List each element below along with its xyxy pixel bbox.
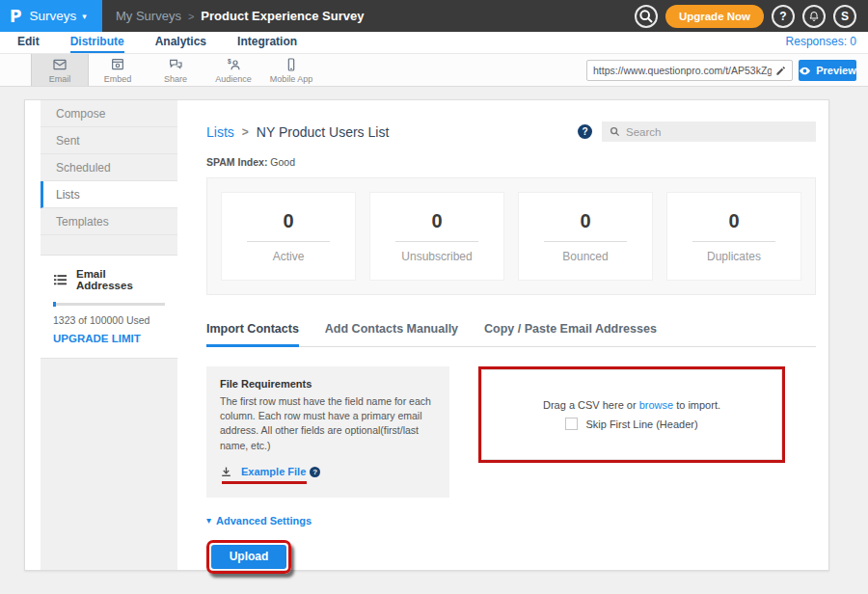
email-addresses-title: Email Addresses bbox=[76, 268, 165, 291]
upgrade-limit-link[interactable]: UPGRADE LIMIT bbox=[53, 333, 165, 344]
stat-card-active: 0 Active bbox=[221, 192, 356, 281]
csv-dropzone[interactable]: Drag a CSV here or browse to import. Ski… bbox=[481, 369, 782, 460]
example-file-help-button[interactable]: ? bbox=[310, 467, 320, 477]
file-requirements-title: File Requirements bbox=[220, 378, 436, 390]
channel-label: Audience bbox=[215, 74, 252, 84]
survey-url: https://www.questionpro.com/t/AP53kZgfo bbox=[593, 65, 772, 76]
sidebar-filler bbox=[41, 358, 177, 570]
dropzone-text-before: Drag a CSV here or bbox=[543, 399, 639, 411]
advanced-settings-toggle[interactable]: ▾ Advanced Settings bbox=[206, 515, 816, 526]
stat-label: Active bbox=[273, 250, 305, 263]
contact-search-box[interactable] bbox=[602, 122, 816, 142]
skip-first-line-label: Skip First Line (Header) bbox=[585, 418, 697, 430]
sidebar-spacer bbox=[41, 235, 177, 255]
breadcrumb-separator-icon: > bbox=[242, 125, 249, 139]
file-requirements-box: File Requirements The first row must hav… bbox=[206, 366, 449, 498]
search-icon bbox=[610, 126, 620, 137]
channel-email[interactable]: Email bbox=[31, 54, 89, 86]
list-icon bbox=[53, 274, 68, 286]
survey-subnav: Edit Distribute Analytics Integration Re… bbox=[0, 32, 868, 53]
annotation-upload-highlight: Upload bbox=[206, 540, 291, 574]
sidebar-item-sent[interactable]: Sent bbox=[41, 127, 177, 154]
channel-share[interactable]: Share bbox=[147, 54, 204, 86]
usage-text: 1323 of 100000 Used bbox=[53, 314, 165, 326]
mobile-app-icon bbox=[284, 57, 299, 72]
search-input[interactable] bbox=[626, 126, 808, 138]
channel-embed[interactable]: Embed bbox=[89, 54, 147, 86]
channel-label: Embed bbox=[104, 74, 132, 84]
file-requirements-body: The first row must have the field name f… bbox=[220, 394, 436, 453]
sidebar-item-scheduled[interactable]: Scheduled bbox=[41, 154, 177, 181]
list-content: Lists > NY Product Users List ? SPAM Ind… bbox=[206, 100, 816, 570]
user-avatar[interactable]: S bbox=[833, 5, 856, 28]
stat-value: 0 bbox=[431, 210, 442, 232]
usage-progress-bar bbox=[53, 303, 165, 306]
dropzone-text-after: to import. bbox=[673, 399, 720, 411]
upgrade-now-button[interactable]: Upgrade Now bbox=[665, 5, 764, 28]
question-mark-icon: ? bbox=[582, 126, 587, 137]
stat-label: Duplicates bbox=[707, 250, 761, 263]
surveys-product-menu[interactable]: P Surveys ▾ bbox=[0, 0, 102, 32]
dropzone-instructions: Drag a CSV here or browse to import. bbox=[543, 399, 720, 411]
list-help-button[interactable]: ? bbox=[578, 124, 592, 139]
top-navbar: P Surveys ▾ My Surveys > Product Experie… bbox=[0, 0, 868, 32]
list-stats: 0 Active 0 Unsubscribed 0 Bounced 0 Dupl… bbox=[206, 177, 816, 295]
help-button[interactable]: ? bbox=[772, 5, 795, 28]
preview-button[interactable]: Preview bbox=[799, 60, 856, 81]
divider bbox=[247, 241, 330, 242]
tab-add-contacts-manually[interactable]: Add Contacts Manually bbox=[325, 322, 458, 346]
search-icon bbox=[638, 9, 654, 24]
breadcrumb-separator-icon: > bbox=[188, 11, 194, 22]
example-file-link[interactable]: Example File bbox=[241, 466, 306, 477]
skip-first-line-checkbox[interactable] bbox=[565, 418, 578, 430]
spam-index-value: Good bbox=[270, 156, 295, 168]
question-mark-icon: ? bbox=[312, 468, 317, 476]
spam-index: SPAM Index: Good bbox=[206, 156, 816, 168]
advanced-settings-label: Advanced Settings bbox=[216, 515, 312, 526]
upload-button[interactable]: Upload bbox=[211, 545, 286, 569]
eye-icon bbox=[799, 65, 811, 77]
navbar-actions: Upgrade Now ? S bbox=[635, 5, 868, 28]
contact-tabs: Import Contacts Add Contacts Manually Co… bbox=[206, 322, 816, 347]
tab-analytics[interactable]: Analytics bbox=[155, 35, 206, 51]
sidebar-item-lists[interactable]: Lists bbox=[41, 181, 177, 208]
channel-mobile-app[interactable]: Mobile App bbox=[262, 54, 320, 86]
channel-audience[interactable]: $ Audience bbox=[204, 54, 262, 86]
embed-icon bbox=[110, 57, 125, 72]
notifications-button[interactable] bbox=[802, 5, 826, 28]
edit-url-icon[interactable] bbox=[775, 66, 786, 76]
survey-url-field[interactable]: https://www.questionpro.com/t/AP53kZgfo bbox=[586, 60, 793, 81]
svg-text:$: $ bbox=[228, 57, 231, 65]
audience-icon: $ bbox=[226, 57, 241, 72]
product-label: Surveys bbox=[29, 9, 76, 23]
divider bbox=[692, 241, 775, 242]
caret-down-icon: ▾ bbox=[206, 515, 211, 526]
download-icon[interactable] bbox=[220, 466, 232, 478]
tab-edit[interactable]: Edit bbox=[17, 35, 40, 51]
stat-label: Unsubscribed bbox=[401, 250, 472, 263]
stat-value: 0 bbox=[580, 210, 590, 232]
tab-integration[interactable]: Integration bbox=[237, 35, 297, 51]
sidebar-item-compose[interactable]: Compose bbox=[41, 100, 177, 127]
questionpro-logo: P bbox=[10, 7, 21, 26]
tab-copy-paste-email-addresses[interactable]: Copy / Paste Email Addresses bbox=[484, 322, 657, 346]
lists-breadcrumb-link[interactable]: Lists bbox=[206, 124, 234, 140]
search-button[interactable] bbox=[635, 5, 658, 28]
spam-index-label: SPAM Index: bbox=[206, 156, 267, 168]
email-addresses-header: Email Addresses bbox=[53, 268, 165, 291]
breadcrumb-my-surveys[interactable]: My Surveys bbox=[116, 9, 181, 23]
annotation-dropzone-highlight: Drag a CSV here or browse to import. Ski… bbox=[478, 366, 785, 463]
responses-count[interactable]: Responses: 0 bbox=[786, 35, 856, 48]
browse-link[interactable]: browse bbox=[639, 399, 673, 411]
skip-first-line-row: Skip First Line (Header) bbox=[565, 418, 697, 430]
question-mark-icon: ? bbox=[779, 10, 786, 23]
sidebar-item-templates[interactable]: Templates bbox=[41, 208, 177, 235]
stat-label: Bounced bbox=[562, 250, 608, 263]
email-icon bbox=[52, 57, 68, 72]
stat-value: 0 bbox=[728, 210, 739, 232]
tab-distribute[interactable]: Distribute bbox=[70, 35, 124, 53]
stat-value: 0 bbox=[283, 210, 293, 232]
tab-import-contacts[interactable]: Import Contacts bbox=[206, 322, 299, 347]
list-header: Lists > NY Product Users List ? bbox=[206, 122, 816, 142]
import-contacts-section: File Requirements The first row must hav… bbox=[206, 366, 816, 498]
